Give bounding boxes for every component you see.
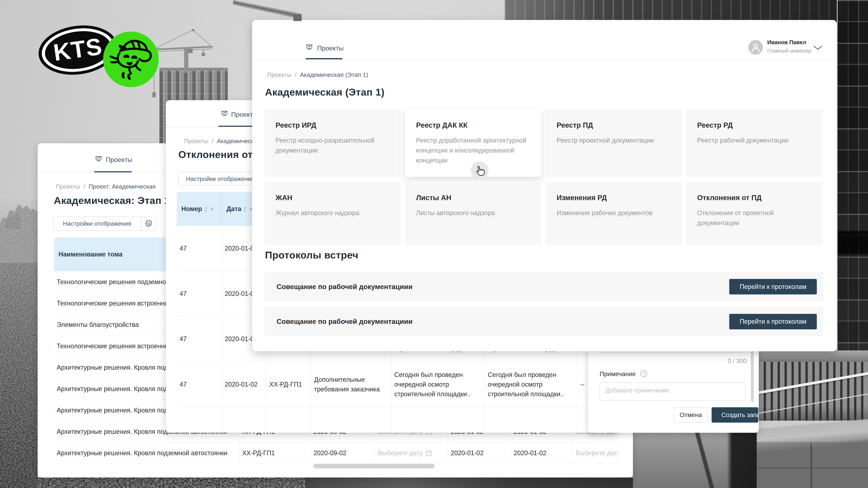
svg-text:?: ? (643, 372, 645, 376)
